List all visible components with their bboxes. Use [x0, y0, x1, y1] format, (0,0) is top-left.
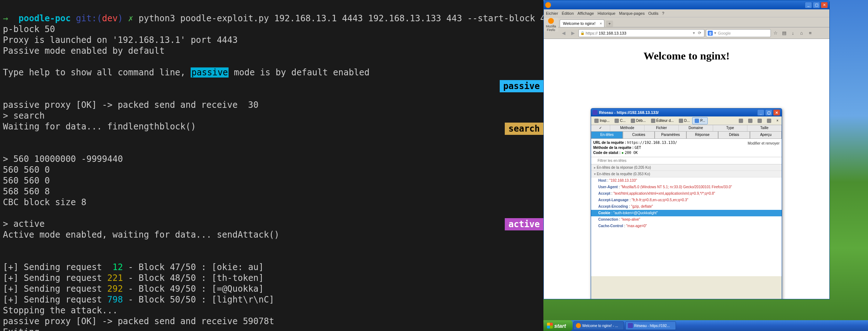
menu-file[interactable]: Eichier: [546, 11, 558, 16]
header-row[interactable]: Host : "192.168.13.133": [591, 177, 782, 184]
response-headers-section[interactable]: En-têtes de la réponse (0.205 Ko): [591, 164, 782, 171]
page-content: Welcome to nginx! Réseau - https://192.1…: [544, 39, 829, 299]
firefox-titlebar[interactable]: _ ▢ ✕: [544, 0, 829, 9]
req-line-1: [+] Sending request 12 - Block 47/50 : […: [3, 262, 264, 272]
request-url: https://192.168.13.133/: [627, 141, 677, 145]
header-row[interactable]: Cache-Control : "max-age=0": [591, 223, 782, 229]
badge-search: search: [505, 123, 543, 135]
col-size[interactable]: Taille: [747, 125, 782, 131]
tab-timings[interactable]: Délais: [718, 132, 750, 139]
tab-headers[interactable]: En-têtes: [591, 132, 623, 139]
new-tab-button[interactable]: +: [606, 21, 613, 27]
active-mode-line: Active mode enabled, waiting for data...…: [3, 230, 279, 240]
modify-resend-button[interactable]: Modifier et renvoyer: [748, 141, 780, 146]
downloads-button[interactable]: ↓: [790, 30, 796, 36]
devtools-window[interactable]: Réseau - https://192.168.13.133/ _ ▢ ✕ I…: [591, 108, 782, 299]
header-value: "auth-token=@Quokkalight": [613, 211, 658, 215]
col-file[interactable]: Fichier: [645, 125, 679, 131]
tool-close-icon[interactable]: ×: [774, 117, 781, 124]
tool-paint-icon[interactable]: [736, 117, 746, 124]
url-host: 192.168.13.133: [599, 31, 626, 35]
tool-inspector[interactable]: Insp...: [592, 117, 612, 124]
tab-close-icon[interactable]: ×: [600, 21, 602, 26]
col-method[interactable]: Méthode: [610, 125, 645, 131]
git-label: git:(: [76, 13, 102, 23]
filter-headers-input[interactable]: [593, 158, 780, 163]
taskbar-devtools-label: Réseau - https://192...: [634, 324, 670, 328]
clipboard-icon[interactable]: ▤: [781, 30, 787, 36]
browser-tab[interactable]: Welcome to nginx! ×: [560, 19, 604, 27]
header-row[interactable]: Accept : "text/html,application/xhtml+xm…: [591, 190, 782, 197]
devtools-minimize-button[interactable]: _: [757, 109, 764, 116]
tab-params[interactable]: Paramètres: [655, 132, 686, 139]
window-minimize-button[interactable]: _: [805, 2, 812, 8]
firefox-menubar[interactable]: Eichier Édition Affichage Historique Mar…: [544, 9, 829, 17]
back-button[interactable]: ◀: [560, 30, 568, 37]
menu-tools[interactable]: Outils: [648, 11, 658, 16]
header-row[interactable]: Accept-Language : "fr,fr-fr;q=0.8,en-us;…: [591, 197, 782, 203]
header-row[interactable]: Cookie : "auth-token=@Quokkalight": [591, 210, 782, 216]
menu-view[interactable]: Affichage: [577, 11, 594, 16]
proxy-ok-line: passive proxy [OK] -> packed send and re…: [3, 100, 259, 110]
req-line-3: [+] Sending request 292 - Block 49/50 : …: [3, 284, 264, 294]
tab-response[interactable]: Réponse: [686, 132, 718, 139]
header-value: "text/html,application/xhtml+xml,applica…: [613, 191, 715, 195]
badge-passive: passive: [500, 80, 543, 92]
header-row[interactable]: User-Agent : "Mozilla/5.0 (Windows NT 5.…: [591, 184, 782, 190]
menu-bookmarks[interactable]: Marque-pages: [619, 11, 645, 16]
terminal[interactable]: → poodle-poc git:(dev) ✗ python3 poodle-…: [0, 0, 543, 331]
header-row[interactable]: Connection : "keep-alive": [591, 216, 782, 223]
url-scheme: https://: [586, 31, 598, 35]
taskbar-devtools-icon: [628, 323, 633, 328]
header-name: Accept-Language: [598, 198, 629, 202]
devtools-toolbar: Insp... C... Déb... Éditeur d... D... P.…: [591, 116, 782, 125]
tool-style-editor[interactable]: Éditeur d...: [648, 117, 676, 124]
header-name: User-Agent: [598, 185, 618, 189]
tool-dock-icon[interactable]: [755, 117, 764, 124]
tool-network[interactable]: P...: [692, 117, 708, 124]
header-row[interactable]: Accept-Encoding : "gzip, deflate": [591, 203, 782, 210]
tab-preview[interactable]: Aperçu: [750, 132, 782, 139]
bookmark-button[interactable]: ☆: [772, 30, 779, 36]
col-domain[interactable]: Domaine: [679, 125, 713, 131]
tool-options-icon[interactable]: [746, 117, 755, 124]
tool-debugger[interactable]: Déb...: [628, 117, 648, 124]
col-type[interactable]: Type: [713, 125, 747, 131]
menu-help[interactable]: ?: [662, 11, 664, 16]
window-close-button[interactable]: ✕: [821, 2, 828, 8]
forward-button[interactable]: ▶: [569, 30, 577, 37]
devtools-titlebar[interactable]: Réseau - https://192.168.13.133/ _ ▢ ✕: [591, 109, 782, 116]
col-status[interactable]: ✓: [591, 125, 610, 131]
taskbar-item-firefox[interactable]: Welcome to nginx! - ...: [573, 321, 624, 330]
tool-console[interactable]: C...: [612, 117, 628, 124]
search-input[interactable]: g ▾ Google: [706, 29, 771, 37]
tool-popout-icon[interactable]: [764, 117, 774, 124]
devtools-maximize-button[interactable]: ▢: [765, 109, 772, 116]
menu-history[interactable]: Historique: [598, 11, 616, 16]
firefox-window[interactable]: _ ▢ ✕ Eichier Édition Affichage Historiq…: [543, 0, 830, 299]
devtools-close-button[interactable]: ✕: [773, 109, 780, 116]
search-placeholder: Google: [718, 31, 730, 35]
header-value: "fr,fr-fr;q=0.8,en-us;q=0.5,en;q=0.3": [632, 198, 688, 202]
details-tabs: En-têtes Cookies Paramètres Réponse Déla…: [591, 132, 782, 139]
menu-hamburger-icon[interactable]: ≡: [807, 30, 813, 36]
reload-button[interactable]: ⟳: [696, 30, 703, 36]
windows-xp-desktop[interactable]: _ ▢ ✕ Eichier Édition Affichage Historiq…: [543, 0, 868, 331]
windows-taskbar[interactable]: start Welcome to nginx! - ... Réseau - h…: [543, 320, 868, 331]
tool-responsive[interactable]: D...: [676, 117, 693, 124]
firefox-sidebar-icon[interactable]: Mozilla Firefo: [544, 17, 558, 32]
header-value: "gzip, deflate": [631, 204, 653, 208]
firefox-tabbar[interactable]: Welcome to nginx! × +: [544, 17, 829, 27]
prompt-arrow: →: [3, 13, 8, 23]
firefox-toolbar: ◀ ▶ 🔒 https://192.168.13.133 ▾ ⟳ g ▾ Goo…: [544, 27, 829, 39]
home-button[interactable]: ⌂: [798, 30, 805, 36]
window-maximize-button[interactable]: ▢: [813, 2, 820, 8]
menu-edit[interactable]: Édition: [562, 11, 574, 16]
request-headers-section[interactable]: En-têtes de la requête (0.353 Ko): [591, 171, 782, 177]
tab-cookies[interactable]: Cookies: [623, 132, 655, 139]
git-branch: dev: [102, 13, 118, 23]
taskbar-item-devtools[interactable]: Réseau - https://192...: [625, 321, 676, 330]
start-button[interactable]: start: [543, 320, 573, 331]
url-input[interactable]: 🔒 https://192.168.13.133 ▾ ⟳: [578, 29, 704, 37]
header-name: Cache-Control: [598, 224, 623, 228]
